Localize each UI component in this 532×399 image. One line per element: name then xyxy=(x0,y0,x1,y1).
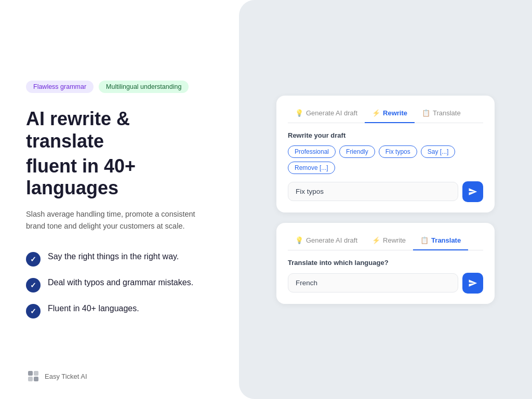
chip-friendly[interactable]: Friendly xyxy=(339,145,375,158)
send-icon-2 xyxy=(468,278,477,288)
translate-tabs: 💡 Generate AI draft ⚡ Rewrite 📋 Translat… xyxy=(288,233,483,250)
generate-icon-1: 💡 xyxy=(295,109,303,117)
svg-rect-0 xyxy=(28,371,33,376)
tab-generate-ai-draft-2[interactable]: 💡 Generate AI draft xyxy=(288,233,365,250)
description-text: Slash average handling time, promote a c… xyxy=(26,208,213,232)
chip-professional[interactable]: Professional xyxy=(288,145,336,158)
logo-area: Easy Ticket AI xyxy=(26,369,87,383)
rewrite-card: 💡 Generate AI draft ⚡ Rewrite 📋 Translat… xyxy=(276,96,495,212)
translate-input[interactable] xyxy=(288,273,458,292)
rewrite-input[interactable] xyxy=(288,182,458,201)
translate-icon-1: 📋 xyxy=(422,109,430,117)
rewrite-icon-2: ⚡ xyxy=(372,236,380,244)
translate-input-row xyxy=(288,273,483,294)
tab-label-rewrite-2: Rewrite xyxy=(383,236,406,244)
translate-card: 💡 Generate AI draft ⚡ Rewrite 📋 Translat… xyxy=(276,223,495,304)
tab-generate-ai-draft-1[interactable]: 💡 Generate AI draft xyxy=(288,106,365,123)
tab-label-translate-2: Translate xyxy=(431,236,461,244)
translate-section-label: Translate into which language? xyxy=(288,259,483,267)
right-panel: 💡 Generate AI draft ⚡ Rewrite 📋 Translat… xyxy=(239,0,532,399)
chip-fix-typos[interactable]: Fix typos xyxy=(379,145,417,158)
translate-icon-2: 📋 xyxy=(420,236,429,244)
logo-icon xyxy=(26,369,41,383)
features-list: Say the right things in the right way. D… xyxy=(26,251,213,318)
tab-label-generate-1: Generate AI draft xyxy=(306,109,357,117)
rewrite-section-label: Rewrite your draft xyxy=(288,131,483,139)
chip-remove[interactable]: Remove [...] xyxy=(288,162,335,174)
tab-translate-2[interactable]: 📋 Translate xyxy=(413,233,468,250)
feature-item-1: Say the right things in the right way. xyxy=(26,251,213,267)
send-icon-1 xyxy=(468,187,477,196)
rewrite-input-row xyxy=(288,181,483,202)
badge-multilingual: Multilingual understanding xyxy=(99,81,189,93)
svg-rect-1 xyxy=(34,371,38,376)
rewrite-tabs: 💡 Generate AI draft ⚡ Rewrite 📋 Translat… xyxy=(288,106,483,123)
check-icon-3 xyxy=(26,304,41,318)
tab-translate-1[interactable]: 📋 Translate xyxy=(415,106,468,123)
translate-send-button[interactable] xyxy=(462,273,483,294)
badge-grammar: Flawless grammar xyxy=(26,81,94,93)
feature-item-3: Fluent in 40+ languages. xyxy=(26,303,213,318)
feature-text-3: Fluent in 40+ languages. xyxy=(48,303,139,314)
main-title: AI rewrite & translate xyxy=(26,108,213,152)
tab-label-translate-1: Translate xyxy=(433,109,461,117)
badges-row: Flawless grammar Multilingual understand… xyxy=(26,81,213,93)
tab-rewrite-2[interactable]: ⚡ Rewrite xyxy=(365,233,413,250)
left-panel: Flawless grammar Multilingual understand… xyxy=(0,0,239,399)
rewrite-icon-1: ⚡ xyxy=(372,109,380,117)
logo-text: Easy Ticket AI xyxy=(45,373,87,380)
rewrite-send-button[interactable] xyxy=(462,181,483,202)
feature-text-1: Say the right things in the right way. xyxy=(48,251,179,262)
style-chips: Professional Friendly Fix typos Say [...… xyxy=(288,145,483,174)
tab-label-generate-2: Generate AI draft xyxy=(306,236,357,244)
check-icon-2 xyxy=(26,278,41,292)
feature-item-2: Deal with typos and grammar mistakes. xyxy=(26,277,213,292)
main-subtitle: fluent in 40+ languages xyxy=(26,155,213,199)
svg-rect-3 xyxy=(34,377,38,381)
feature-text-2: Deal with typos and grammar mistakes. xyxy=(48,277,193,288)
svg-rect-2 xyxy=(28,377,33,381)
generate-icon-2: 💡 xyxy=(295,236,303,244)
tab-rewrite-1[interactable]: ⚡ Rewrite xyxy=(365,106,415,123)
chip-say[interactable]: Say [...] xyxy=(421,145,456,158)
tab-label-rewrite-1: Rewrite xyxy=(383,109,407,117)
check-icon-1 xyxy=(26,252,41,267)
